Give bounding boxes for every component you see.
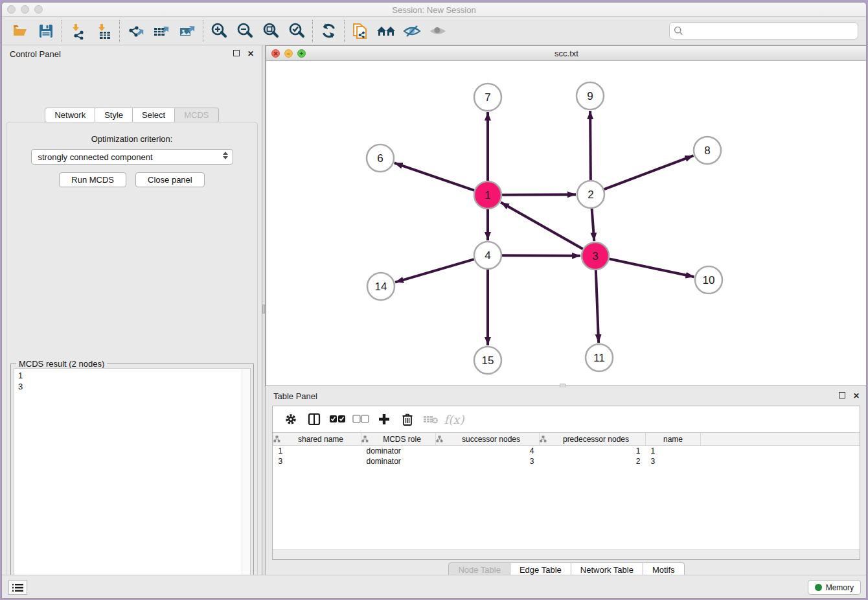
network-graph: 7968124314101511 <box>266 61 867 386</box>
show-all-button[interactable] <box>425 19 451 43</box>
column-header-shared-name[interactable]: shared name <box>273 433 361 446</box>
dropdown-value: strongly connected component <box>38 152 153 162</box>
close-panel-icon[interactable]: ✕ <box>247 50 254 58</box>
graph-edge-3-11[interactable] <box>596 270 599 343</box>
save-session-button[interactable] <box>33 19 59 43</box>
import-table-icon <box>95 23 112 40</box>
hide-selected-eye-slash-icon <box>402 23 422 40</box>
column-type-icon <box>273 435 280 443</box>
zoom-out-button[interactable] <box>232 19 258 43</box>
graph-node-label: 11 <box>593 352 605 364</box>
hide-selected-button[interactable] <box>399 19 425 43</box>
delete-table-button[interactable] <box>420 410 441 429</box>
memory-button[interactable]: Memory <box>808 580 861 595</box>
open-session-button[interactable] <box>7 19 33 43</box>
function-icon: f(x) <box>444 413 464 426</box>
graph-edge-4-3[interactable] <box>502 255 580 256</box>
table-close-panel-icon[interactable]: ✕ <box>853 392 860 400</box>
memory-label: Memory <box>826 583 854 592</box>
checked-boxes-icon <box>329 415 346 424</box>
task-history-button[interactable] <box>8 580 27 595</box>
graph-edge-1-6[interactable] <box>394 163 474 190</box>
refresh-button[interactable] <box>315 19 341 43</box>
float-panel-icon[interactable] <box>233 50 240 58</box>
zoom-selected-icon <box>288 22 306 40</box>
column-header-predecessor-nodes[interactable]: predecessor nodes <box>540 433 646 446</box>
graph-edge-1-2[interactable] <box>502 194 576 195</box>
table-row[interactable]: 3 dominator 3 2 3 <box>273 456 860 467</box>
tab-mcds[interactable]: MCDS <box>175 108 218 122</box>
column-header-mcds-role[interactable]: MCDS role <box>361 433 436 446</box>
save-floppy-icon <box>38 23 54 39</box>
search-input[interactable] <box>686 26 854 36</box>
toolbar-separator <box>344 20 345 42</box>
zoom-in-icon <box>210 22 228 40</box>
column-header-successor-nodes[interactable]: successor nodes <box>436 433 540 446</box>
graph-node-label: 6 <box>377 152 383 165</box>
close-panel-button[interactable]: Close panel <box>135 172 205 187</box>
mcds-result-title: MCDS result (2 nodes) <box>16 359 107 369</box>
graph-edge-4-14[interactable] <box>395 259 474 282</box>
delete-table-icon <box>423 414 439 424</box>
table-settings-button[interactable] <box>280 410 301 429</box>
column-type-icon <box>361 435 369 443</box>
optimization-criterion-select[interactable]: strongly connected component <box>31 149 233 165</box>
status-bar: Memory <box>2 575 866 598</box>
table-float-panel-icon[interactable] <box>839 392 845 400</box>
toolbar-separator <box>62 20 62 42</box>
graph-node-label: 8 <box>704 144 710 157</box>
optimization-criterion-label: Optimization criterion: <box>6 134 257 144</box>
list-icon <box>12 583 23 592</box>
graph-edge-2-8[interactable] <box>604 156 694 189</box>
search-field[interactable] <box>669 22 858 40</box>
export-image-button[interactable] <box>174 19 200 43</box>
delete-column-button[interactable] <box>397 410 418 429</box>
zoom-fit-button[interactable] <box>258 19 284 43</box>
network-window-titlebar[interactable]: ✕ − + scc.txt <box>266 46 867 61</box>
import-network-icon <box>69 23 86 40</box>
tab-style[interactable]: Style <box>95 108 133 122</box>
control-panel-title: Control Panel <box>10 49 61 59</box>
first-neighbors-houses-icon <box>376 23 396 40</box>
graph-edge-3-1[interactable] <box>501 202 583 249</box>
graph-edge-2-9[interactable] <box>590 111 591 180</box>
first-neighbors-button[interactable] <box>373 19 399 43</box>
tab-select[interactable]: Select <box>133 108 175 122</box>
graph-edge-3-10[interactable] <box>610 259 694 277</box>
select-all-columns-button[interactable] <box>327 410 348 429</box>
run-mcds-button[interactable]: Run MCDS <box>59 172 126 187</box>
export-network-button[interactable] <box>122 19 148 43</box>
import-network-button[interactable] <box>65 19 91 43</box>
table-toolbar: f(x) <box>273 406 860 432</box>
tab-network[interactable]: Network <box>45 108 95 122</box>
search-icon <box>674 26 683 36</box>
new-network-from-selection-button[interactable] <box>347 19 373 43</box>
mcds-result-textarea[interactable]: 1 3 <box>14 368 251 599</box>
import-table-button[interactable] <box>91 19 117 43</box>
graph-node-label: 4 <box>485 249 490 262</box>
table-header-row: shared name MCDS role successor nodes pr… <box>273 433 860 446</box>
graph-edge-2-3[interactable] <box>592 209 595 241</box>
control-panel: Control Panel ✕ Network Style Select MCD… <box>2 45 262 579</box>
table-horizontal-scrollbar[interactable] <box>273 549 860 559</box>
add-column-button[interactable] <box>374 410 394 429</box>
zoom-in-button[interactable] <box>206 19 232 43</box>
function-builder-button[interactable]: f(x) <box>444 410 464 429</box>
export-table-button[interactable] <box>148 19 174 43</box>
mcds-result-line: 3 <box>18 381 246 392</box>
table-row[interactable]: 1 dominator 4 1 1 <box>273 446 860 456</box>
graph-node-label: 15 <box>482 354 494 367</box>
deselect-all-columns-button[interactable] <box>350 410 371 429</box>
network-canvas[interactable]: 7968124314101511 <box>266 61 867 386</box>
new-network-from-selection-icon <box>351 21 369 41</box>
mcds-result-line: 1 <box>18 370 246 381</box>
table-panel-title: Table Panel <box>273 391 317 401</box>
network-view-window: ✕ − + scc.txt 7968124314101511 <box>266 45 867 386</box>
result-scrollbar[interactable] <box>242 369 250 599</box>
column-layout-button[interactable] <box>304 410 325 429</box>
column-header-name[interactable]: name <box>646 433 701 446</box>
zoom-selected-button[interactable] <box>284 19 310 43</box>
splitter-grip[interactable] <box>262 305 265 314</box>
graph-node-label: 7 <box>485 91 490 104</box>
zoom-out-icon <box>236 22 254 40</box>
